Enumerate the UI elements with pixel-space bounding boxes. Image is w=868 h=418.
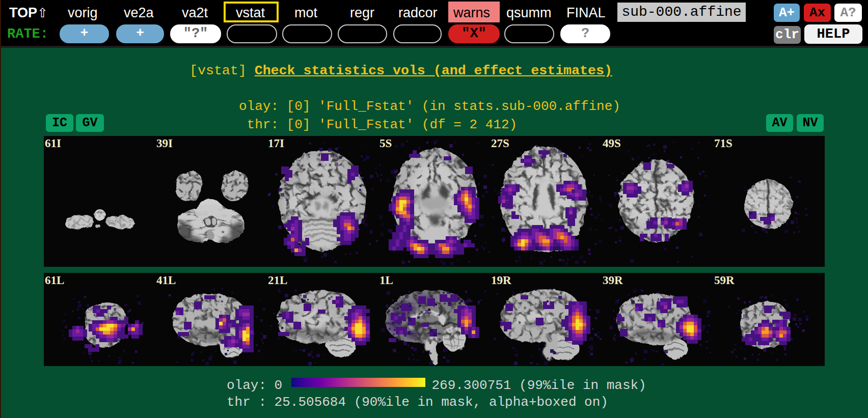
svg-text:61I: 61I (45, 137, 61, 150)
svg-text:1L: 1L (379, 274, 393, 287)
svg-text:49S: 49S (603, 137, 621, 150)
svg-text:17I: 17I (268, 137, 284, 150)
svg-text:41L: 41L (156, 274, 176, 287)
svg-text:21L: 21L (268, 274, 287, 287)
svg-text:27S: 27S (491, 137, 509, 150)
svg-text:19R: 19R (491, 274, 511, 287)
svg-text:59R: 59R (714, 274, 735, 287)
svg-text:5S: 5S (379, 137, 392, 150)
svg-text:39R: 39R (603, 274, 623, 287)
svg-text:39I: 39I (156, 137, 173, 150)
svg-text:61L: 61L (45, 274, 64, 287)
svg-text:71S: 71S (714, 137, 733, 150)
